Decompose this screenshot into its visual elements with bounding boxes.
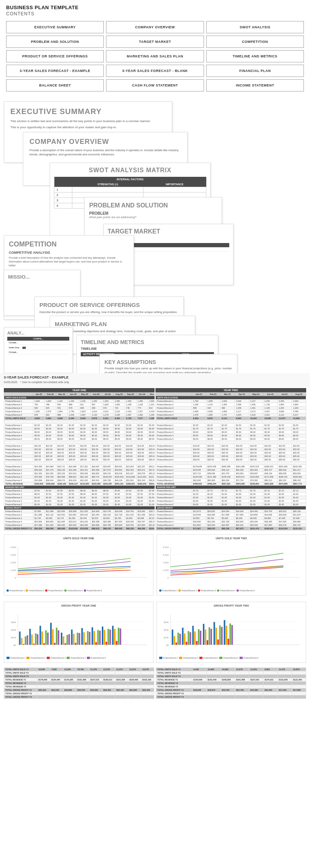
svg-rect-29 xyxy=(19,631,21,645)
svg-rect-95 xyxy=(186,642,187,645)
svg-rect-43 xyxy=(47,633,49,645)
contents-btn-executive-summary[interactable]: EXECUTIVE SUMMARY xyxy=(6,21,104,33)
svg-rect-60 xyxy=(83,632,85,645)
key-assumptions-body: Provide insight into how you came up wit… xyxy=(104,367,232,373)
svg-rect-51 xyxy=(65,643,66,645)
svg-rect-36 xyxy=(33,644,34,645)
svg-rect-88 xyxy=(172,630,173,645)
svg-rect-116 xyxy=(230,623,231,645)
year-two-header: YEAR TWO xyxy=(155,388,306,392)
svg-rect-105 xyxy=(207,640,208,645)
contents-btn-company-overview[interactable]: COMPANY OVERVIEW xyxy=(106,21,204,33)
page-header: BUSINESS PLAN TEMPLATE CONTENTS xyxy=(0,0,310,18)
contents-btn-timeline-and-metrics[interactable]: TIMELINE AND METRICS xyxy=(206,50,304,62)
svg-rect-110 xyxy=(217,640,219,645)
contents-btn-product-or-service-offerings[interactable]: PRODUCT OR SERVICE OFFERINGS xyxy=(6,50,104,62)
forecast-note: * User to complete non-shaded cells only… xyxy=(20,381,70,383)
exec-summary-body1: This section is written last and summari… xyxy=(10,119,166,124)
line-chart-two-legend: Product/Service 1 Product/Service 2 Prod… xyxy=(159,589,303,592)
bar-chart-year-two: GROSS PROFIT YEAR TWO $0 $10k $20k $30k xyxy=(157,602,306,663)
svg-rect-63 xyxy=(89,632,90,645)
timeline-subtitle: TIMELINE xyxy=(81,347,214,351)
contents-btn-financial-plan[interactable]: FINANCIAL PLAN xyxy=(206,65,304,77)
year-one-header: YEAR ONE xyxy=(4,388,155,392)
contents-btn-problem-and-solution[interactable]: PROBLEM AND SOLUTION xyxy=(6,36,104,48)
contents-btn-3-year-sales-forecast---blank[interactable]: 3-YEAR SALES FORECAST - BLANK xyxy=(106,65,204,77)
line-chart-one-title: UNITS SOLD YEAR ONE xyxy=(7,537,151,540)
svg-rect-96 xyxy=(188,631,189,645)
svg-rect-113 xyxy=(224,620,225,644)
svg-text:4,000: 4,000 xyxy=(163,561,169,564)
svg-text:$10k: $10k xyxy=(11,636,16,639)
company-overview-title: COMPANY OVERVIEW xyxy=(29,138,181,146)
analysis-doc: ANALY... COMPE... Compe... Insert ima...… xyxy=(4,327,73,373)
svg-rect-106 xyxy=(209,627,210,645)
contents-btn-swot-analysis[interactable]: SWOT ANALYSIS xyxy=(206,21,304,33)
contents-label: CONTENTS xyxy=(6,11,304,16)
contents-btn-income-statement[interactable]: INCOME STATEMENT xyxy=(206,79,304,91)
svg-rect-47 xyxy=(56,628,57,645)
svg-rect-39 xyxy=(39,626,41,645)
competition-title: COMPETITION xyxy=(9,240,129,248)
bar-chart-two-legend: Product/Service 1 Product/Service 2 Prod… xyxy=(159,657,303,659)
main-tables-area: YEAR ONE Jan-20 Feb-20 Mar-20 Apr-20 May… xyxy=(0,387,310,531)
bar-charts-row: GROSS PROFIT YEAR ONE $0 $10k $20k $30k xyxy=(0,599,310,666)
svg-rect-102 xyxy=(200,631,201,645)
svg-rect-48 xyxy=(58,630,59,645)
contents-btn-3-year-sales-forecast---example[interactable]: 3-YEAR SALES FORECAST - EXAMPLE xyxy=(6,65,104,77)
svg-rect-34 xyxy=(29,629,31,645)
svg-rect-40 xyxy=(41,631,43,645)
svg-rect-62 xyxy=(87,631,88,645)
svg-rect-72 xyxy=(108,629,109,645)
svg-text:0: 0 xyxy=(167,577,169,579)
svg-text:3,000: 3,000 xyxy=(10,554,16,556)
contents-btn-marketing-and-sales-plan[interactable]: MARKETING AND SALES PLAN xyxy=(106,50,204,62)
svg-rect-76 xyxy=(116,641,117,645)
bottom-summary-tables: TOTAL UNITS SOLD Y1 12,6287,52912,20479,… xyxy=(0,666,310,700)
bar-chart-one-title: GROSS PROFIT YEAR ONE xyxy=(7,604,151,607)
svg-rect-90 xyxy=(176,643,177,645)
svg-rect-37 xyxy=(35,633,36,645)
exec-summary-title: EXECUTIVE SUMMARY xyxy=(10,107,166,116)
svg-rect-49 xyxy=(61,633,62,645)
forecast-date: 01/01/2020 xyxy=(4,381,17,383)
line-chart-year-two: UNITS SOLD YEAR TWO 0 2,000 4,000 6,000 … xyxy=(157,534,306,596)
contents-btn-balance-sheet[interactable]: BALANCE SHEET xyxy=(6,79,104,91)
marketing-body: Describe your marketing objectives and s… xyxy=(55,330,190,333)
svg-rect-54 xyxy=(71,630,73,645)
svg-rect-56 xyxy=(75,643,77,645)
year-one-data-table: Jan-20 Feb-20 Mar-20 Apr-20 May-20 Jun-2… xyxy=(4,392,155,530)
svg-rect-73 xyxy=(109,630,111,645)
svg-rect-97 xyxy=(189,632,191,645)
svg-rect-42 xyxy=(45,630,47,645)
svg-rect-114 xyxy=(226,626,227,645)
swot-title: SWOT ANALYSIS MATRIX xyxy=(54,167,206,174)
contents-grid: EXECUTIVE SUMMARYCOMPANY OVERVIEWSWOT AN… xyxy=(0,18,310,98)
svg-rect-30 xyxy=(21,638,23,645)
svg-rect-53 xyxy=(69,634,70,645)
contents-btn-cash-flow-statement[interactable]: CASH FLOW STATEMENT xyxy=(106,79,204,91)
svg-text:$20k: $20k xyxy=(164,629,169,631)
svg-rect-66 xyxy=(95,642,97,645)
svg-text:$10k: $10k xyxy=(164,636,169,639)
svg-text:$30k: $30k xyxy=(11,621,16,623)
product-body: Describe the product or service you are … xyxy=(39,310,179,314)
bottom-left-table: TOTAL UNITS SOLD Y1 12,6287,52912,20479,… xyxy=(4,667,154,699)
svg-rect-78 xyxy=(120,628,121,645)
svg-rect-109 xyxy=(215,628,217,645)
summary-table-right: TOTAL UNITS SOLD Y1 9,24810,06014,82011,… xyxy=(156,667,306,699)
svg-rect-35 xyxy=(31,635,33,645)
year-two-table-wrap: YEAR TWO Jan-21 Feb-21 Mar-21 Apr-21 May… xyxy=(155,388,306,530)
problem-subtitle: PROBLEM xyxy=(89,211,217,215)
exec-summary-body2: This is your opportunity to capture the … xyxy=(10,125,166,130)
contents-btn-competition[interactable]: COMPETITION xyxy=(206,36,304,48)
company-overview-body: Provide a description of the overall nat… xyxy=(29,148,181,157)
line-chart-one-legend: Product/Service 1 Product/Service 2 Prod… xyxy=(7,589,151,592)
document-previews: EXECUTIVE SUMMARY This section is writte… xyxy=(0,98,310,373)
svg-rect-94 xyxy=(184,633,185,645)
svg-rect-61 xyxy=(85,643,86,645)
contents-btn-target-market[interactable]: TARGET MARKET xyxy=(106,36,204,48)
svg-rect-92 xyxy=(179,634,181,645)
svg-text:2,000: 2,000 xyxy=(163,569,169,571)
svg-rect-112 xyxy=(221,627,223,645)
